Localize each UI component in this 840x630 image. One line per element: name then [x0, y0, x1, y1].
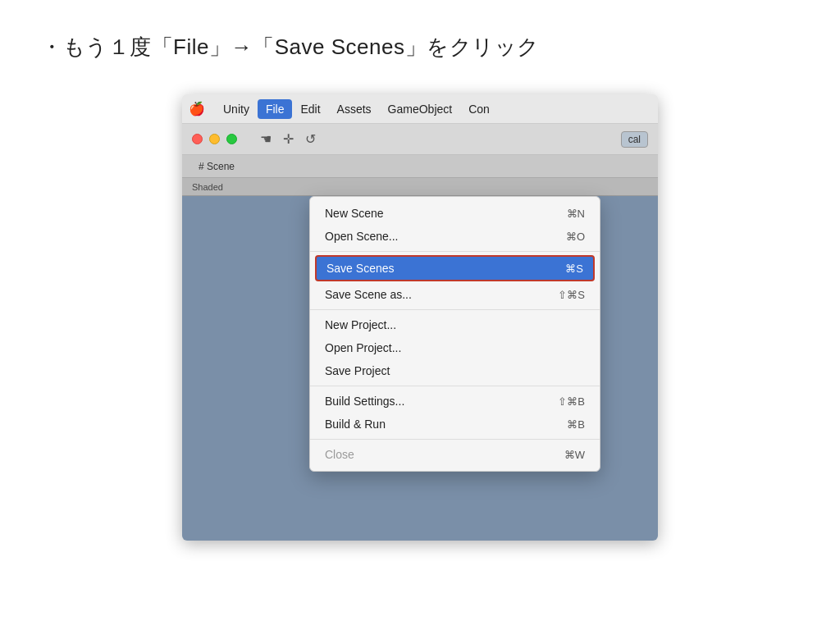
separator-2 — [310, 309, 600, 310]
window-controls-row: ☚ ✛ ↺ cal — [182, 124, 658, 155]
menu-assets[interactable]: Assets — [329, 99, 380, 119]
shaded-row: Shaded — [182, 178, 658, 196]
menu-item-new-project[interactable]: New Project... — [310, 313, 600, 336]
file-dropdown-menu: New Scene ⌘N Open Scene... ⌘O Save Scene… — [309, 196, 600, 472]
menu-item-build-settings[interactable]: Build Settings... ⇧⌘B — [310, 390, 600, 413]
menu-item-close[interactable]: Close ⌘W — [310, 443, 600, 466]
hand-icon[interactable]: ☚ — [257, 130, 275, 148]
page-container: ・もう１度「File」→「Save Scenes」をクリック 🍎 Unity F… — [0, 0, 840, 573]
menu-con[interactable]: Con — [460, 99, 498, 119]
shaded-label: Shaded — [192, 182, 223, 192]
rotate-icon[interactable]: ↺ — [302, 130, 319, 148]
scene-tab[interactable]: # Scene — [192, 159, 241, 174]
menu-unity[interactable]: Unity — [215, 99, 258, 119]
menu-item-save-scenes[interactable]: Save Scenes ⌘S — [315, 255, 595, 281]
menu-item-save-scene-as[interactable]: Save Scene as... ⇧⌘S — [310, 283, 600, 306]
menu-item-build-run[interactable]: Build & Run ⌘B — [310, 413, 600, 436]
menu-file[interactable]: File — [258, 99, 293, 119]
menu-item-save-project[interactable]: Save Project — [310, 359, 600, 382]
minimize-button[interactable] — [209, 134, 220, 144]
menu-item-open-project[interactable]: Open Project... — [310, 336, 600, 359]
local-button[interactable]: cal — [621, 131, 648, 148]
menu-item-new-scene[interactable]: New Scene ⌘N — [310, 202, 600, 225]
scene-tab-row: # Scene — [182, 155, 658, 178]
menu-item-open-scene[interactable]: Open Scene... ⌘O — [310, 225, 600, 248]
menu-edit[interactable]: Edit — [292, 99, 328, 119]
separator-1 — [310, 251, 600, 252]
maximize-button[interactable] — [226, 134, 237, 144]
menu-gameobject[interactable]: GameObject — [380, 99, 461, 119]
unity-window: 🍎 Unity File Edit Assets GameObject Con … — [182, 94, 658, 541]
separator-3 — [310, 386, 600, 386]
apple-icon[interactable]: 🍎 — [189, 101, 205, 116]
close-button[interactable] — [192, 134, 203, 144]
instruction-text: ・もう１度「File」→「Save Scenes」をクリック — [41, 33, 799, 62]
move-icon[interactable]: ✛ — [280, 130, 297, 148]
separator-4 — [310, 439, 600, 440]
menu-bar: 🍎 Unity File Edit Assets GameObject Con — [182, 94, 658, 124]
toolbar-icons: ☚ ✛ ↺ — [257, 130, 319, 148]
screenshot-wrapper: 🍎 Unity File Edit Assets GameObject Con … — [41, 94, 799, 541]
main-area: New Scene ⌘N Open Scene... ⌘O Save Scene… — [182, 196, 658, 541]
